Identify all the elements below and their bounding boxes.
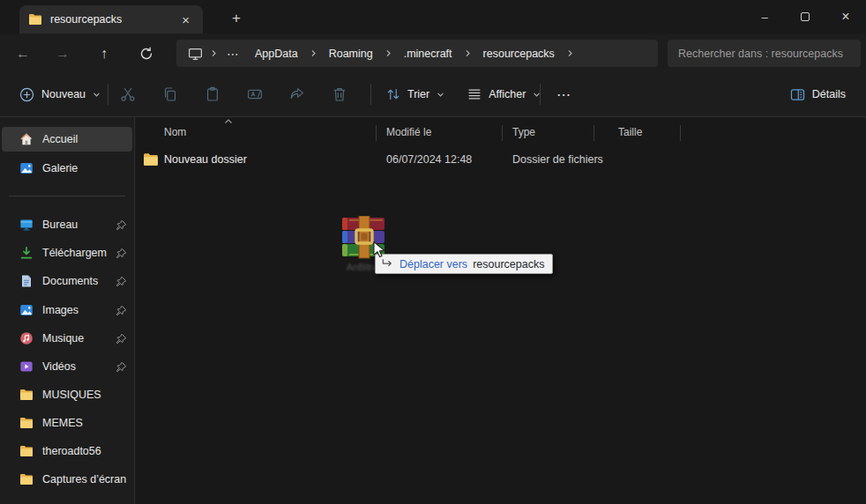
sidebar-item-music[interactable]: Musique — [2, 326, 132, 351]
forward-button[interactable]: → — [49, 42, 77, 65]
maximize-button[interactable] — [785, 0, 825, 33]
navigation-sidebar: Accueil Galerie Bureau Téléchargement Do… — [0, 117, 135, 504]
window-controls: – × — [744, 0, 866, 33]
column-divider[interactable] — [680, 125, 681, 141]
view-button[interactable]: Afficher — [459, 81, 549, 107]
refresh-icon — [139, 47, 153, 61]
sidebar-item-musiques-folder[interactable]: MUSIQUES — [2, 382, 132, 407]
share-button[interactable] — [282, 79, 312, 109]
rename-button[interactable] — [240, 79, 270, 109]
column-header-name[interactable]: Nom — [164, 126, 186, 138]
sidebar-item-videos[interactable]: Vidéos — [2, 354, 132, 379]
scissors-icon — [119, 85, 137, 103]
sidebar-item-theroadto56-folder[interactable]: theroadto56 — [2, 439, 132, 463]
pin-icon — [116, 219, 127, 231]
refresh-button[interactable] — [132, 42, 161, 65]
folder-icon — [143, 152, 159, 169]
search-input[interactable] — [678, 48, 850, 60]
breadcrumb-appdata[interactable]: AppData — [248, 45, 305, 63]
rename-icon — [246, 85, 264, 103]
view-button-label: Afficher — [489, 88, 526, 100]
close-button[interactable]: × — [825, 0, 866, 33]
trash-icon — [331, 85, 348, 103]
file-name[interactable]: Nouveau dossier — [164, 153, 247, 166]
column-divider[interactable] — [502, 125, 503, 141]
copy-button[interactable] — [155, 79, 185, 109]
sidebar-item-pictures[interactable]: Images — [2, 298, 132, 322]
chevron-right-icon[interactable] — [384, 48, 393, 58]
column-divider[interactable] — [376, 125, 377, 141]
breadcrumb-minecraft[interactable]: .minecraft — [397, 45, 459, 63]
pin-icon — [116, 305, 127, 316]
column-divider[interactable] — [594, 125, 594, 141]
chevron-right-icon[interactable] — [565, 48, 575, 58]
column-header-modified[interactable]: Modifié le — [386, 126, 431, 138]
clipboard-icon — [204, 85, 221, 103]
cut-button[interactable] — [113, 79, 143, 109]
breadcrumb-resourcepacks[interactable]: resourcepacks — [476, 45, 562, 63]
this-pc-icon[interactable] — [185, 47, 205, 61]
toolbar-separator — [370, 84, 371, 105]
sort-button-label: Trier — [407, 88, 429, 100]
pin-icon — [116, 276, 127, 287]
maximize-icon — [801, 12, 810, 21]
sidebar-item-label: Vidéos — [42, 360, 107, 373]
details-pane-button[interactable]: Détails — [781, 81, 854, 108]
tab-resourcepacks[interactable]: resourcepacks × — [19, 5, 203, 33]
sidebar-item-label: Documents — [42, 275, 107, 287]
sidebar-item-home[interactable]: Accueil — [2, 127, 132, 152]
more-dots-icon: ⋯ — [556, 86, 572, 103]
sidebar-item-gallery[interactable]: Galerie — [2, 156, 132, 181]
download-icon — [19, 246, 34, 260]
new-button[interactable]: Nouveau — [11, 81, 109, 108]
sort-button[interactable]: Trier — [377, 81, 453, 107]
sidebar-item-screenshots-folder[interactable]: Captures d’écran — [2, 467, 132, 492]
tab-close-icon[interactable]: × — [177, 11, 194, 28]
home-icon — [19, 132, 34, 146]
address-bar[interactable]: ⋯ AppData Roaming .minecraft resourcepac… — [176, 40, 658, 67]
breadcrumb-roaming[interactable]: Roaming — [322, 45, 380, 63]
copy-icon — [161, 85, 179, 103]
delete-button[interactable] — [325, 79, 355, 109]
navigation-bar: ← → ↑ ⋯ AppData Roaming .minecraft resou… — [0, 33, 866, 72]
document-icon — [19, 274, 34, 288]
sidebar-divider — [9, 196, 125, 196]
chevron-right-icon[interactable] — [463, 48, 473, 58]
new-button-label: Nouveau — [41, 88, 86, 100]
new-tab-button[interactable]: + — [225, 8, 248, 29]
chevron-down-icon — [436, 90, 445, 100]
minimize-button[interactable]: – — [744, 0, 785, 33]
file-modified: 06/07/2024 12:48 — [386, 153, 472, 166]
mouse-cursor-icon — [370, 241, 388, 260]
file-explorer-window: resourcepacks × + – × ← → ↑ ⋯ AppData Ro… — [0, 0, 866, 504]
column-header-row: Nom Modifié le Type Taille — [136, 123, 866, 143]
sidebar-item-label: Images — [42, 304, 107, 316]
chevron-right-icon[interactable] — [309, 48, 318, 58]
pin-icon — [116, 361, 127, 373]
drag-tooltip: Déplacer vers resourcepacks — [375, 254, 553, 274]
table-row[interactable]: Nouveau dossier 06/07/2024 12:48 Dossier… — [136, 148, 866, 173]
back-button[interactable]: ← — [9, 42, 37, 65]
file-type: Dossier de fichiers — [512, 153, 603, 166]
sidebar-item-label: Téléchargement — [42, 247, 107, 259]
videos-icon — [19, 359, 34, 374]
music-icon — [19, 331, 34, 345]
folder-icon — [19, 473, 34, 485]
search-box[interactable] — [668, 40, 861, 67]
tooltip-action-text: Déplacer vers — [399, 258, 467, 271]
sidebar-item-memes-folder[interactable]: MEMES — [2, 411, 132, 435]
folder-icon — [19, 445, 34, 457]
tab-title: resourcepacks — [50, 13, 169, 26]
column-header-type[interactable]: Type — [512, 126, 535, 138]
more-options-button[interactable]: ⋯ — [549, 81, 580, 108]
chevron-down-icon — [92, 90, 101, 100]
up-button[interactable]: ↑ — [90, 42, 118, 65]
sidebar-item-downloads[interactable]: Téléchargement — [2, 241, 132, 265]
sidebar-item-documents[interactable]: Documents — [2, 269, 132, 293]
breadcrumb-overflow-button[interactable]: ⋯ — [222, 47, 244, 61]
folder-icon — [28, 13, 42, 26]
column-header-size[interactable]: Taille — [618, 126, 642, 138]
pin-icon — [116, 248, 127, 259]
sidebar-item-desktop[interactable]: Bureau — [2, 212, 132, 237]
paste-button[interactable] — [198, 79, 228, 109]
